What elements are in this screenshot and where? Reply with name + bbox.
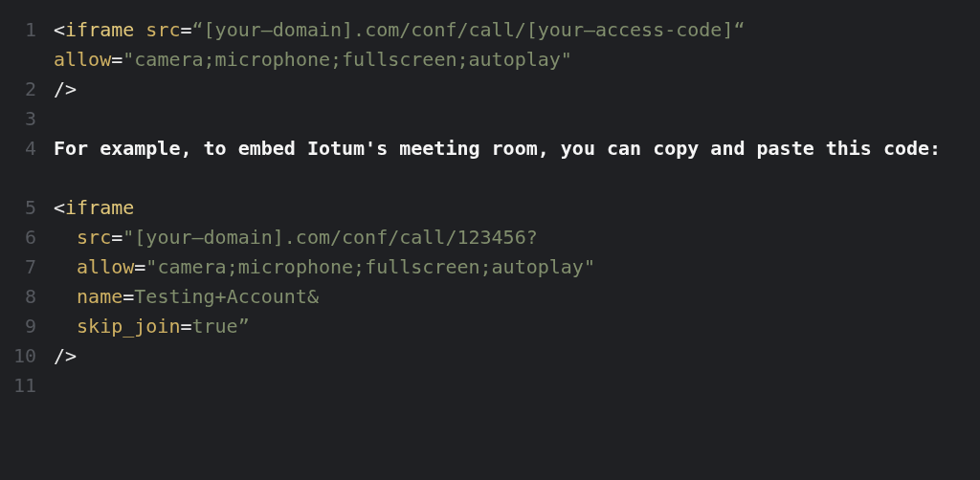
line-number-gutter: 1 2 3 4 5 6 7 8 9 10 11	[0, 15, 54, 401]
code-line: name=Testing+Account&	[54, 282, 965, 312]
attr-name: name	[77, 285, 122, 308]
line-number: 7	[0, 252, 36, 282]
line-number: 3	[0, 104, 36, 134]
line-number: 6	[0, 223, 36, 252]
self-close: />	[54, 77, 77, 100]
angle-open: <	[54, 18, 65, 41]
explanation-text: For example, to embed Iotum's meeting ro…	[54, 134, 965, 164]
code-line: <iframe	[54, 193, 965, 223]
line-number: 2	[0, 75, 36, 104]
attr-src: src	[145, 18, 180, 41]
code-area: <iframe src=“[your–domain].com/conf/call…	[54, 15, 980, 401]
line-number: 9	[0, 312, 36, 341]
quote-close: “	[733, 18, 745, 41]
self-close: />	[54, 344, 77, 367]
line-number: 8	[0, 282, 36, 312]
line-number	[0, 45, 36, 75]
attr-skip-join: skip_join	[77, 315, 180, 338]
src-value: [your–domain].com/conf/call/123456?	[134, 226, 537, 249]
code-line: />	[54, 75, 965, 104]
line-number: 5	[0, 193, 36, 223]
code-editor: 1 2 3 4 5 6 7 8 9 10 11 <iframe src=“[yo…	[0, 15, 980, 401]
attr-allow: allow	[77, 255, 134, 278]
allow-value: camera;microphone;fullscreen;autoplay	[134, 48, 561, 71]
code-line: skip_join=true”	[54, 312, 965, 341]
allow-value: camera;microphone;fullscreen;autoplay	[157, 255, 584, 278]
skip-join-value: true	[192, 315, 238, 338]
blank-line	[54, 104, 965, 134]
quote-open: “	[192, 18, 204, 41]
blank-line	[54, 164, 965, 193]
tag-iframe: iframe	[65, 196, 134, 219]
line-number: 4	[0, 134, 36, 164]
src-value: [your–domain].com/conf/call/[your–access…	[204, 18, 734, 41]
angle-open: <	[54, 196, 65, 219]
tag-iframe: iframe	[65, 18, 134, 41]
code-line: />	[54, 341, 965, 371]
attr-src: src	[77, 226, 111, 249]
attr-allow: allow	[54, 48, 111, 71]
line-number: 11	[0, 371, 36, 401]
code-line: allow="camera;microphone;fullscreen;auto…	[54, 252, 965, 282]
line-number: 1	[0, 15, 36, 45]
line-number	[0, 164, 36, 193]
code-line: src="[your–domain].com/conf/call/123456?	[54, 223, 965, 252]
code-line: <iframe src=“[your–domain].com/conf/call…	[54, 15, 965, 75]
name-value: Testing+Account&	[134, 285, 319, 308]
line-number: 10	[0, 341, 36, 371]
